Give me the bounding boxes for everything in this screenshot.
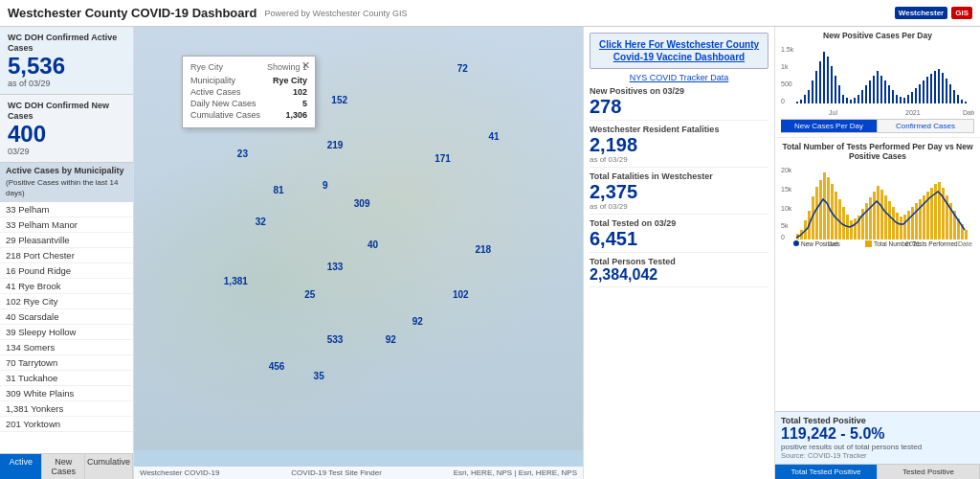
svg-rect-70	[835, 192, 837, 240]
popup-header: Rye City Showing 1 ✕	[190, 62, 307, 72]
popup-row-muni: Municipality Rye City	[190, 76, 307, 85]
map-number: 41	[489, 131, 500, 142]
svg-rect-23	[858, 95, 859, 103]
svg-rect-30	[884, 80, 886, 103]
header-logo: Westchester GIS	[895, 7, 972, 19]
bottom-tab-1[interactable]: Tested Positive	[878, 465, 980, 479]
map-number: 152	[331, 95, 347, 105]
municipality-item[interactable]: 16 Pound Ridge	[0, 263, 133, 279]
svg-point-105	[793, 240, 799, 246]
active-cases-number: 5,536	[8, 54, 125, 79]
svg-rect-38	[915, 88, 917, 103]
svg-text:500: 500	[781, 80, 792, 87]
map-area[interactable]: 7215221923309171412188193240102921,38125…	[134, 27, 583, 479]
map-number: 171	[434, 153, 451, 164]
chart2-section: Total Number of Tests Performed Per Day …	[775, 138, 980, 411]
svg-rect-12	[815, 71, 817, 103]
municipality-item[interactable]: 218 Port Chester	[0, 248, 133, 263]
left-tab-cumulative[interactable]: Cumulative	[85, 454, 133, 479]
svg-rect-10	[808, 90, 810, 103]
header: Westchester County COVID-19 Dashboard Po…	[0, 0, 980, 27]
svg-text:1.5k: 1.5k	[781, 46, 794, 53]
municipality-item[interactable]: 201 Yorktown	[0, 417, 133, 432]
map-number: 23	[237, 148, 248, 159]
far-right-panel: New Positive Cases Per Day 1.5k 1k 500 0…	[774, 27, 980, 479]
left-tab-active[interactable]: Active	[0, 454, 42, 479]
svg-rect-39	[919, 84, 921, 103]
svg-rect-71	[838, 199, 841, 240]
popup-close-button[interactable]: ✕	[301, 59, 310, 72]
svg-rect-66	[819, 180, 822, 240]
fatalities-resident-row: Westchester Resident Fatalities 2,198 as…	[590, 125, 768, 168]
municipality-item[interactable]: 1,381 Yonkers	[0, 401, 133, 417]
left-panel: WC DOH Confirmed Active Cases 5,536 as o…	[0, 27, 134, 479]
municipality-list: 33 Pelham33 Pelham Manor29 Pleasantville…	[0, 202, 133, 453]
municipality-item[interactable]: 31 Tuckahoe	[0, 371, 133, 386]
svg-rect-49	[957, 95, 959, 103]
svg-rect-85	[892, 207, 895, 240]
svg-rect-107	[865, 240, 872, 247]
map-popup: Rye City Showing 1 ✕ Municipality Rye Ci…	[182, 56, 316, 128]
header-subtitle: Powered by Westchester County GIS	[265, 9, 408, 18]
svg-rect-91	[915, 203, 918, 240]
left-tab-bar: ActiveNew CasesCumulative	[0, 453, 133, 479]
main-layout: WC DOH Confirmed Active Cases 5,536 as o…	[0, 27, 980, 479]
chart1-tab-confirmed[interactable]: Confirmed Cases	[878, 120, 974, 132]
municipality-item[interactable]: 40 Scarsdale	[0, 309, 133, 325]
chart1-tab-new-cases[interactable]: New Cases Per Day	[781, 120, 878, 132]
municipality-item[interactable]: 102 Rye City	[0, 294, 133, 309]
vaccine-link-button[interactable]: Click Here For Westchester County Covid-…	[590, 33, 768, 69]
new-cases-number: 400	[8, 122, 125, 147]
svg-rect-78	[865, 203, 868, 240]
svg-text:0: 0	[781, 234, 785, 240]
svg-text:20k: 20k	[781, 167, 792, 173]
svg-rect-89	[907, 211, 910, 240]
muni-header: Active Cases by Municipality (Positive C…	[0, 163, 133, 202]
map-number: 92	[412, 316, 423, 327]
active-cases-box: WC DOH Confirmed Active Cases 5,536 as o…	[0, 27, 133, 95]
left-tab-new-cases[interactable]: New Cases	[42, 454, 84, 479]
svg-text:2021: 2021	[905, 109, 921, 116]
svg-text:0: 0	[781, 98, 785, 104]
svg-rect-50	[961, 100, 963, 103]
chart2-svg: 20k 15k 10k 5k 0 Jul 2021 Date	[781, 163, 974, 247]
svg-rect-81	[877, 186, 880, 240]
svg-rect-88	[903, 215, 906, 240]
map-number: 456	[269, 361, 285, 372]
svg-rect-48	[953, 90, 955, 103]
svg-rect-33	[896, 95, 898, 103]
map-number: 40	[368, 240, 378, 250]
svg-rect-18	[838, 85, 840, 103]
svg-rect-28	[877, 71, 879, 103]
svg-text:5k: 5k	[781, 222, 789, 229]
municipality-item[interactable]: 33 Pelham	[0, 202, 133, 217]
bottom-tab-0[interactable]: Total Tested Positive	[775, 465, 878, 479]
svg-rect-8	[800, 100, 802, 103]
svg-rect-17	[835, 76, 836, 103]
svg-rect-79	[869, 197, 872, 240]
municipality-item[interactable]: 39 Sleepy Hollow	[0, 325, 133, 340]
municipality-item[interactable]: 41 Rye Brook	[0, 279, 133, 294]
municipality-item[interactable]: 134 Somers	[0, 340, 133, 355]
municipality-item[interactable]: 29 Pleasantville	[0, 233, 133, 248]
svg-rect-22	[854, 98, 856, 103]
municipality-item[interactable]: 33 Pelham Manor	[0, 217, 133, 233]
map-number: 92	[386, 334, 396, 345]
svg-rect-15	[827, 57, 829, 103]
municipality-item[interactable]: 70 Tarrytown	[0, 355, 133, 371]
new-cases-date: 03/29	[8, 147, 125, 156]
svg-rect-46	[946, 79, 947, 103]
map-number: 35	[314, 371, 324, 381]
svg-text:Jul: Jul	[829, 109, 837, 116]
svg-rect-80	[873, 192, 876, 240]
municipality-item[interactable]: 309 White Plains	[0, 386, 133, 401]
fatalities-total-row: Total Fatalities in Westchester 2,375 as…	[590, 171, 768, 215]
map-number: 25	[304, 289, 315, 300]
map-number: 72	[457, 63, 468, 74]
nys-tracker-link[interactable]: NYS COVID Tracker Data	[590, 73, 768, 82]
svg-rect-27	[873, 76, 875, 103]
svg-rect-51	[965, 102, 967, 103]
svg-text:15k: 15k	[781, 186, 792, 193]
svg-rect-19	[842, 95, 844, 103]
map-number: 1,381	[224, 276, 248, 286]
